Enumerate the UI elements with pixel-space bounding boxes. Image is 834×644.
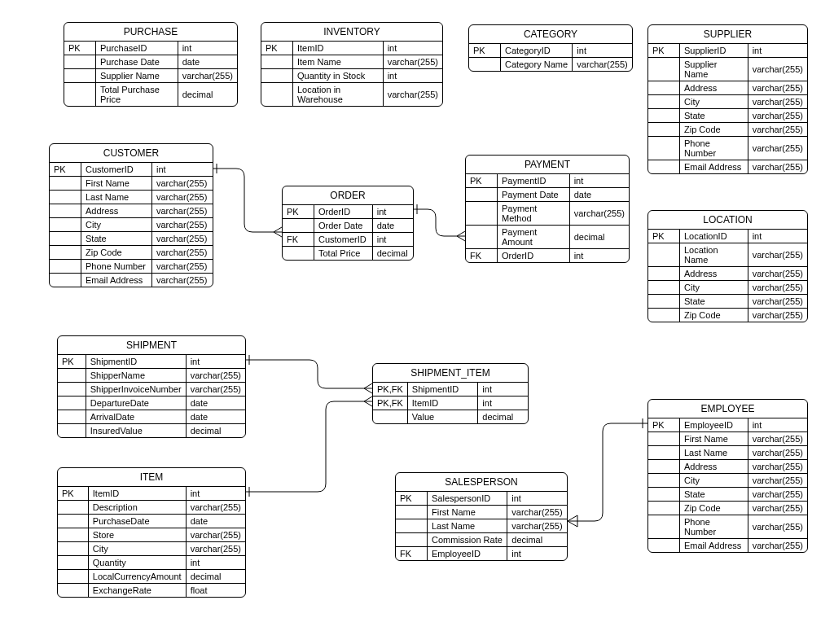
column-row: Last Namevarchar(255) bbox=[396, 519, 567, 533]
column-row: Last Namevarchar(255) bbox=[50, 191, 213, 204]
column-type: int bbox=[383, 42, 442, 55]
column-type: decimal bbox=[186, 424, 245, 438]
column-type: int bbox=[178, 42, 237, 55]
svg-line-5 bbox=[457, 236, 465, 241]
column-type: int bbox=[507, 547, 567, 561]
entity-title: LOCATION bbox=[648, 211, 807, 230]
column-row: PK,FKShipmentIDint bbox=[373, 383, 528, 396]
column-key bbox=[283, 219, 314, 233]
entity-columns: PKPaymentIDintPayment DatedatePayment Me… bbox=[466, 174, 629, 262]
column-name: Zip Code bbox=[81, 246, 152, 260]
column-name: Zip Code bbox=[680, 502, 748, 515]
column-type: date bbox=[372, 219, 413, 233]
entity-supplier[interactable]: SUPPLIERPKSupplierIDintSupplier Namevarc… bbox=[647, 24, 808, 174]
column-row: First Namevarchar(255) bbox=[396, 506, 567, 519]
column-key bbox=[396, 533, 428, 547]
entity-columns: PKPurchaseIDintPurchase DatedateSupplier… bbox=[64, 42, 237, 106]
column-row: PKItemIDint bbox=[261, 42, 442, 55]
column-name: Address bbox=[680, 81, 748, 95]
entity-category[interactable]: CATEGORYPKCategoryIDintCategory Namevarc… bbox=[468, 24, 633, 72]
column-row: PKSupplierIDint bbox=[648, 44, 807, 58]
column-type: varchar(255) bbox=[748, 488, 807, 502]
column-type: varchar(255) bbox=[748, 243, 807, 267]
entity-shipment_item[interactable]: SHIPMENT_ITEMPK,FKShipmentIDintPK,FKItem… bbox=[372, 363, 529, 424]
entity-shipment[interactable]: SHIPMENTPKShipmentIDintShipperNamevarcha… bbox=[57, 335, 246, 438]
column-name: PurchaseDate bbox=[88, 515, 186, 528]
column-name: PaymentID bbox=[498, 174, 570, 188]
connector-item-shipment_item bbox=[244, 401, 372, 492]
column-type: int bbox=[383, 69, 442, 83]
column-name: First Name bbox=[428, 506, 507, 519]
column-key: PK bbox=[648, 44, 680, 58]
entity-columns: PKShipmentIDintShipperNamevarchar(255)Sh… bbox=[58, 355, 245, 437]
column-row: Phone Numbervarchar(255) bbox=[648, 137, 807, 160]
column-type: int bbox=[507, 492, 567, 506]
column-name: Email Address bbox=[680, 160, 748, 174]
column-key bbox=[261, 83, 293, 107]
column-key: PK bbox=[466, 174, 498, 188]
column-key bbox=[64, 69, 96, 83]
entity-payment[interactable]: PAYMENTPKPaymentIDintPayment DatedatePay… bbox=[465, 155, 630, 263]
column-row: LocalCurrencyAmountdecimal bbox=[58, 570, 245, 584]
entity-title: ITEM bbox=[58, 468, 245, 487]
column-type: int bbox=[372, 205, 413, 219]
column-row: ArrivalDatedate bbox=[58, 410, 245, 424]
entity-columns: PKItemIDintDescriptionvarchar(255)Purcha… bbox=[58, 487, 245, 597]
column-row: Last Namevarchar(255) bbox=[648, 446, 807, 460]
column-key bbox=[648, 446, 680, 460]
column-row: Email Addressvarchar(255) bbox=[648, 160, 807, 174]
column-type: varchar(255) bbox=[748, 160, 807, 174]
column-key bbox=[64, 83, 96, 107]
column-key: PK bbox=[58, 487, 88, 501]
entity-title: SALESPERSON bbox=[396, 473, 567, 492]
entity-columns: PKSupplierIDintSupplier Namevarchar(255)… bbox=[648, 44, 807, 173]
column-name: State bbox=[680, 295, 748, 309]
column-type: date bbox=[569, 188, 629, 202]
entity-purchase[interactable]: PURCHASEPKPurchaseIDintPurchase Datedate… bbox=[64, 22, 238, 107]
column-name: State bbox=[680, 109, 748, 123]
entity-item[interactable]: ITEMPKItemIDintDescriptionvarchar(255)Pu… bbox=[57, 467, 246, 598]
er-diagram-canvas: PURCHASEPKPurchaseIDintPurchase Datedate… bbox=[0, 0, 834, 644]
column-key bbox=[648, 243, 680, 267]
column-name: Zip Code bbox=[680, 123, 748, 137]
column-key bbox=[648, 109, 680, 123]
column-key bbox=[58, 515, 88, 528]
column-row: Category Namevarchar(255) bbox=[469, 58, 632, 72]
column-row: Zip Codevarchar(255) bbox=[648, 309, 807, 322]
column-type: date bbox=[178, 55, 237, 69]
column-key bbox=[58, 528, 88, 542]
entity-order[interactable]: ORDERPKOrderIDintOrder DatedateFKCustome… bbox=[282, 186, 414, 261]
column-type: varchar(255) bbox=[186, 369, 245, 383]
column-type: varchar(255) bbox=[748, 137, 807, 160]
connector-shipment-shipment_item bbox=[244, 360, 372, 388]
column-key: PK bbox=[50, 163, 81, 177]
column-name: InsuredValue bbox=[86, 424, 186, 438]
entity-inventory[interactable]: INVENTORYPKItemIDintItem Namevarchar(255… bbox=[261, 22, 443, 107]
column-type: varchar(255) bbox=[186, 542, 245, 556]
column-type: varchar(255) bbox=[748, 81, 807, 95]
column-row: PKOrderIDint bbox=[283, 205, 413, 219]
entity-employee[interactable]: EMPLOYEEPKEmployeeIDintFirst Namevarchar… bbox=[647, 399, 808, 553]
column-name: ItemID bbox=[293, 42, 384, 55]
column-type: decimal bbox=[178, 83, 237, 107]
column-name: State bbox=[81, 232, 152, 246]
svg-line-7 bbox=[364, 383, 372, 388]
entity-location[interactable]: LOCATIONPKLocationIDintLocation Namevarc… bbox=[647, 210, 808, 322]
entity-customer[interactable]: CUSTOMERPKCustomerIDintFirst Namevarchar… bbox=[49, 143, 213, 287]
column-row: Phone Numbervarchar(255) bbox=[648, 515, 807, 539]
svg-line-1 bbox=[274, 227, 282, 232]
entity-title: ORDER bbox=[283, 186, 413, 205]
column-key: PK bbox=[58, 355, 86, 369]
entity-salesperson[interactable]: SALESPERSONPKSalespersonIDintFirst Namev… bbox=[395, 472, 568, 561]
column-type: int bbox=[569, 174, 629, 188]
column-name: Category Name bbox=[501, 58, 573, 72]
column-key bbox=[373, 410, 407, 424]
entity-columns: PKCategoryIDintCategory Namevarchar(255) bbox=[469, 44, 632, 71]
column-name: Payment Method bbox=[498, 202, 570, 226]
column-row: Statevarchar(255) bbox=[648, 488, 807, 502]
column-name: City bbox=[680, 474, 748, 488]
column-row: InsuredValuedecimal bbox=[58, 424, 245, 438]
column-type: int bbox=[478, 396, 528, 410]
column-name: City bbox=[88, 542, 186, 556]
column-row: Cityvarchar(255) bbox=[648, 95, 807, 109]
